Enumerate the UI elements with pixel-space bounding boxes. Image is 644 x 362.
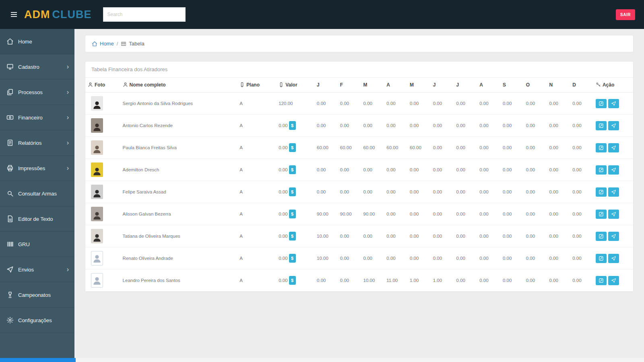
sidebar-item-envios[interactable]: Envios› bbox=[0, 257, 74, 282]
month-value-cell: 0.00 bbox=[500, 159, 524, 181]
column-header-month: M bbox=[361, 78, 384, 93]
edit-button[interactable] bbox=[596, 99, 607, 108]
chevron-right-icon: › bbox=[67, 165, 69, 171]
month-value-cell: 0.00 bbox=[338, 247, 361, 269]
send-button[interactable] bbox=[608, 232, 619, 241]
add-payment-button[interactable]: $ bbox=[289, 232, 296, 241]
month-value-cell: 0.00 bbox=[524, 137, 547, 159]
month-value-cell: 0.00 bbox=[477, 181, 500, 203]
send-button[interactable] bbox=[608, 254, 619, 263]
foto-cell bbox=[85, 93, 120, 115]
month-value-cell: 0.00 bbox=[570, 181, 593, 203]
month-value-cell: 0.00 bbox=[314, 269, 338, 292]
month-value-cell: 0.00 bbox=[361, 247, 384, 269]
files-icon bbox=[6, 88, 14, 96]
send-button[interactable] bbox=[608, 99, 619, 108]
add-payment-button[interactable]: $ bbox=[289, 165, 296, 174]
breadcrumb-home-link[interactable]: Home bbox=[92, 41, 114, 47]
month-value-cell: 0.00 bbox=[547, 269, 570, 292]
avatar bbox=[91, 118, 103, 133]
avatar bbox=[91, 96, 103, 111]
scrollbar-thumb[interactable] bbox=[0, 358, 76, 362]
add-payment-button[interactable]: $ bbox=[289, 210, 296, 218]
send-button[interactable] bbox=[608, 276, 619, 285]
sidebar-item-relatorios[interactable]: Relatórios› bbox=[0, 130, 74, 156]
month-value-cell: 0.00 bbox=[524, 181, 547, 203]
sidebar-item-campeonatos[interactable]: Campeonatos bbox=[0, 282, 74, 308]
add-payment-button[interactable]: $ bbox=[289, 143, 296, 152]
column-header-month: A bbox=[477, 78, 500, 93]
sidebar-item-home[interactable]: Home bbox=[0, 29, 74, 54]
month-value-cell: 0.00 bbox=[524, 247, 547, 269]
breadcrumb: Home / Tabela bbox=[85, 35, 634, 52]
sidebar-item-label: Consultar Armas bbox=[18, 191, 69, 197]
table-row: Tatiana de Oliveira MarquesA0.00$10.000.… bbox=[85, 225, 633, 247]
month-value-cell: 0.00 bbox=[338, 181, 361, 203]
month-value-cell: 0.00 bbox=[547, 225, 570, 247]
avatar bbox=[91, 185, 103, 199]
edit-button[interactable] bbox=[596, 276, 607, 285]
edit-button[interactable] bbox=[596, 232, 607, 241]
send-button[interactable] bbox=[608, 187, 619, 197]
month-value-cell: 0.00 bbox=[384, 93, 407, 115]
edit-button[interactable] bbox=[596, 210, 607, 219]
month-value-cell: 0.00 bbox=[361, 181, 384, 203]
valor-value: 0.00 bbox=[279, 212, 287, 216]
edit-button[interactable] bbox=[596, 165, 607, 175]
sidebar-item-configuracoes[interactable]: Configurações bbox=[0, 308, 74, 333]
topbar: ADM CLUBE SAIR bbox=[0, 0, 644, 29]
avatar bbox=[91, 207, 103, 221]
avatar-placeholder-icon bbox=[91, 251, 103, 265]
month-value-cell: 0.00 bbox=[500, 247, 524, 269]
month-value-cell: 0.00 bbox=[407, 203, 431, 225]
plano-cell: A bbox=[237, 269, 276, 292]
sidebar-item-gru[interactable]: GRU bbox=[0, 232, 74, 257]
edit-button[interactable] bbox=[596, 187, 607, 197]
column-header-month: D bbox=[570, 78, 593, 93]
valor-value: 0.00 bbox=[279, 256, 287, 261]
search-input[interactable] bbox=[103, 7, 186, 22]
month-value-cell: 0.00 bbox=[524, 225, 547, 247]
valor-cell: 0.00$ bbox=[276, 247, 314, 269]
send-button[interactable] bbox=[608, 165, 619, 175]
plano-cell: A bbox=[237, 137, 276, 159]
sidebar-item-impressoes[interactable]: Impressões› bbox=[0, 156, 74, 181]
sidebar-item-cadastro[interactable]: Cadastro› bbox=[0, 54, 74, 80]
table-row: Leandro Pereira dos SantosA0.00$0.000.00… bbox=[85, 269, 633, 292]
plano-cell: A bbox=[237, 159, 276, 181]
name-cell: Sergio Antonio da Silva Rodrigues bbox=[120, 93, 237, 115]
month-value-cell: 0.00 bbox=[454, 225, 477, 247]
name-cell: Felipe Saraiva Assad bbox=[120, 181, 237, 203]
add-payment-button[interactable]: $ bbox=[289, 187, 296, 196]
month-value-cell: 0.00 bbox=[570, 115, 593, 137]
logout-button[interactable]: SAIR bbox=[616, 9, 635, 20]
add-payment-button[interactable]: $ bbox=[289, 254, 296, 263]
sidebar-item-editor-de-texto[interactable]: Editor de Texto bbox=[0, 206, 74, 232]
send-button[interactable] bbox=[608, 143, 619, 152]
edit-button[interactable] bbox=[596, 143, 607, 152]
add-payment-button[interactable]: $ bbox=[289, 276, 296, 285]
table-row: Antonio Carlos RezendeA0.00$0.000.000.00… bbox=[85, 115, 633, 137]
month-value-cell: 0.00 bbox=[384, 225, 407, 247]
sidebar-item-processos[interactable]: Processos› bbox=[0, 80, 74, 105]
edit-button[interactable] bbox=[596, 121, 607, 130]
add-payment-button[interactable]: $ bbox=[289, 121, 296, 130]
hamburger-menu-icon[interactable] bbox=[6, 6, 22, 23]
action-cell bbox=[593, 269, 633, 292]
name-cell: Ademilton Dresch bbox=[120, 159, 237, 181]
sidebar-item-consultar-armas[interactable]: Consultar Armas bbox=[0, 181, 74, 206]
table-row: Ademilton DreschA0.00$0.000.000.000.000.… bbox=[85, 159, 633, 181]
month-value-cell: 0.00 bbox=[361, 115, 384, 137]
edit-button[interactable] bbox=[596, 254, 607, 263]
month-value-cell: 0.00 bbox=[407, 225, 431, 247]
plano-cell: A bbox=[237, 93, 276, 115]
month-value-cell: 0.00 bbox=[431, 203, 454, 225]
send-button[interactable] bbox=[608, 210, 619, 219]
month-value-cell: 0.00 bbox=[431, 247, 454, 269]
month-value-cell: 0.00 bbox=[338, 225, 361, 247]
month-value-cell: 60.00 bbox=[361, 137, 384, 159]
sidebar-item-financeiro[interactable]: Financeiro› bbox=[0, 105, 74, 130]
send-button[interactable] bbox=[608, 121, 619, 130]
horizontal-scrollbar[interactable] bbox=[0, 358, 644, 362]
month-value-cell: 0.00 bbox=[500, 225, 524, 247]
